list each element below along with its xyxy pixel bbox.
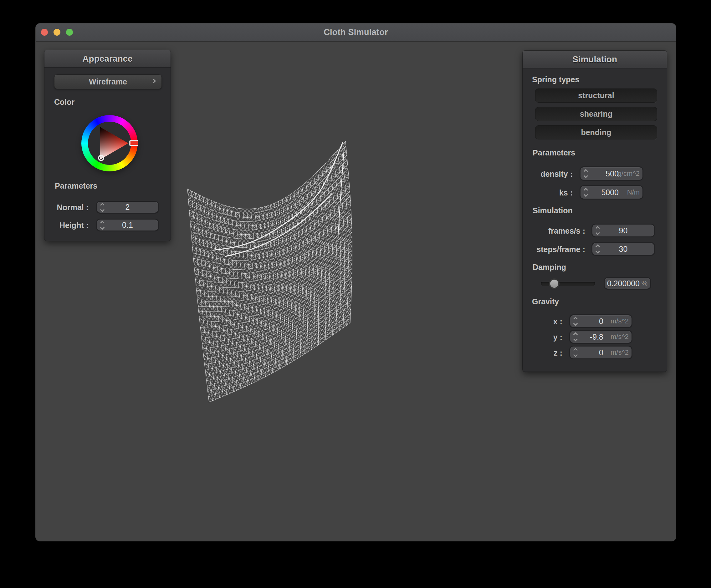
normal-value[interactable]: 2 xyxy=(97,202,158,213)
close-button[interactable] xyxy=(41,29,48,36)
damping-slider-track[interactable] xyxy=(541,282,595,286)
spring-bending-button[interactable]: bending xyxy=(535,126,657,139)
damping-slider-thumb[interactable] xyxy=(550,279,558,288)
height-value[interactable]: 0.1 xyxy=(97,220,158,230)
damping-value: 0.200000 xyxy=(605,278,640,289)
gravity-y-value[interactable]: -9.8 xyxy=(570,331,603,343)
title-bar: Cloth Simulator xyxy=(36,23,676,42)
spring-bending-label: bending xyxy=(581,128,611,137)
gravity-z-stepper[interactable]: 0 m/s^2 xyxy=(570,346,631,358)
ks-value[interactable]: 5000 xyxy=(581,186,619,199)
density-unit: g/cm^2 xyxy=(618,167,640,180)
steps-value[interactable]: 30 xyxy=(592,243,654,255)
color-section-label: Color xyxy=(54,97,74,107)
density-value[interactable]: 500 xyxy=(581,167,619,180)
shading-mode-label: Wireframe xyxy=(89,77,127,86)
frames-stepper[interactable]: 90 xyxy=(592,225,654,236)
damping-unit: % xyxy=(641,278,647,289)
gravity-y-stepper[interactable]: -9.8 m/s^2 xyxy=(570,331,631,343)
sv-triangle-black-gradient xyxy=(100,127,128,159)
zoom-button[interactable] xyxy=(66,29,73,36)
appearance-panel: Appearance Wireframe Color xyxy=(44,50,171,241)
simulation-panel-title: Simulation xyxy=(573,54,617,64)
ks-unit: N/m xyxy=(627,186,640,199)
spring-shearing-button[interactable]: shearing xyxy=(535,107,657,121)
gravity-z-unit: m/s^2 xyxy=(610,346,629,358)
density-label: density : xyxy=(523,169,573,179)
appearance-panel-header: Appearance xyxy=(44,50,171,68)
gravity-x-value[interactable]: 0 xyxy=(570,315,603,327)
gravity-z-value[interactable]: 0 xyxy=(570,346,603,358)
height-stepper[interactable]: 0.1 xyxy=(97,220,158,230)
frames-label: frames/s : xyxy=(523,226,585,235)
shading-mode-button[interactable]: Wireframe xyxy=(54,74,162,89)
spring-types-label: Spring types xyxy=(532,75,579,84)
gravity-label: Gravity xyxy=(532,297,559,306)
steps-stepper[interactable]: 30 xyxy=(592,243,654,255)
height-label: Height : xyxy=(44,221,89,230)
gravity-x-label: x : xyxy=(523,317,562,326)
gravity-x-stepper[interactable]: 0 m/s^2 xyxy=(570,315,631,327)
normal-stepper[interactable]: 2 xyxy=(97,202,158,213)
spring-structural-label: structural xyxy=(578,91,614,100)
traffic-lights xyxy=(41,29,73,36)
simulation-parameters-label: Parameters xyxy=(533,148,575,157)
damping-value-box[interactable]: 0.200000 % xyxy=(605,278,650,289)
density-stepper[interactable]: 500 g/cm^2 xyxy=(581,167,643,180)
damping-slider[interactable] xyxy=(541,279,595,288)
chevron-right-icon xyxy=(151,78,156,83)
color-wheel[interactable] xyxy=(81,115,138,172)
normal-label: Normal : xyxy=(44,203,89,212)
spring-shearing-label: shearing xyxy=(580,110,612,118)
ks-label: ks : xyxy=(523,188,573,197)
simulation-section-label: Simulation xyxy=(533,206,573,215)
appearance-parameters-label: Parameters xyxy=(55,181,97,190)
simulation-panel-header: Simulation xyxy=(523,51,667,68)
gravity-y-label: y : xyxy=(523,333,562,342)
app-window: Cloth Simulator Appearance Wireframe Col… xyxy=(36,23,676,541)
damping-label: Damping xyxy=(533,263,566,272)
window-title: Cloth Simulator xyxy=(324,27,388,37)
frames-value[interactable]: 90 xyxy=(592,225,654,236)
ks-stepper[interactable]: 5000 N/m xyxy=(581,186,643,199)
steps-label: steps/frame : xyxy=(523,245,585,254)
minimize-button[interactable] xyxy=(53,29,60,36)
simulation-panel: Simulation Spring types structural shear… xyxy=(523,51,667,371)
hue-marker[interactable] xyxy=(130,141,138,145)
sv-triangle[interactable] xyxy=(81,115,138,172)
gravity-x-unit: m/s^2 xyxy=(610,315,629,327)
gravity-y-unit: m/s^2 xyxy=(610,331,629,343)
appearance-panel-title: Appearance xyxy=(82,54,132,64)
gravity-z-label: z : xyxy=(523,348,562,358)
spring-structural-button[interactable]: structural xyxy=(535,89,657,103)
